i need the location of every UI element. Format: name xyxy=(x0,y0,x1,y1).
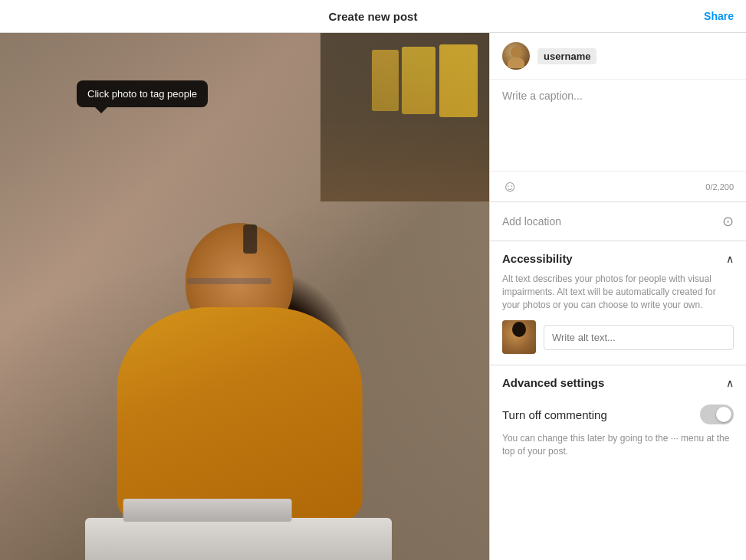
tag-tooltip: Click photo to tag people xyxy=(77,80,208,107)
phone xyxy=(243,224,257,254)
laptop-screen-base xyxy=(123,499,292,522)
alt-text-row xyxy=(490,320,746,354)
accessibility-description: Alt text describes your photos for peopl… xyxy=(490,273,746,320)
avatar xyxy=(502,42,530,70)
right-panel: username Write a caption... ☺ 0/2,200 Ad… xyxy=(489,33,746,560)
main-content: Click photo to tag people username Write… xyxy=(0,33,746,560)
commenting-label: Turn off commenting xyxy=(502,408,607,421)
username-label: username xyxy=(537,48,596,64)
modal-title: Create new post xyxy=(329,10,418,23)
caption-area[interactable]: Write a caption... xyxy=(490,80,746,172)
person-shirt xyxy=(117,307,363,522)
photo-area[interactable]: Click photo to tag people xyxy=(0,33,489,560)
share-button[interactable]: Share xyxy=(704,10,734,22)
modal-header: Create new post Share xyxy=(0,0,746,33)
advanced-settings-section: Advanced settings ∧ Turn off commenting … xyxy=(490,365,746,469)
commenting-description: You can change this later by going to th… xyxy=(490,432,746,458)
laptop xyxy=(85,518,392,560)
advanced-settings-title: Advanced settings xyxy=(502,376,604,389)
accessibility-header[interactable]: Accessibility ∧ xyxy=(490,241,746,273)
advanced-settings-chevron-icon: ∧ xyxy=(726,377,734,389)
glasses xyxy=(187,278,271,284)
accessibility-title: Accessibility xyxy=(502,252,573,265)
user-row: username xyxy=(490,33,746,80)
accessibility-section: Accessibility ∧ Alt text describes your … xyxy=(490,241,746,365)
location-placeholder: Add location xyxy=(502,215,561,228)
commenting-toggle-row: Turn off commenting xyxy=(490,397,746,432)
char-count: 0/2,200 xyxy=(705,182,734,192)
emoji-row: ☺ 0/2,200 xyxy=(490,172,746,202)
commenting-toggle[interactable] xyxy=(700,404,734,424)
accessibility-chevron-icon: ∧ xyxy=(726,253,734,265)
location-row[interactable]: Add location ⊙ xyxy=(490,202,746,241)
location-icon: ⊙ xyxy=(722,213,734,230)
emoji-icon[interactable]: ☺ xyxy=(502,178,518,195)
toggle-knob xyxy=(716,407,731,422)
alt-text-input[interactable] xyxy=(544,325,734,350)
alt-text-thumbnail xyxy=(502,320,536,354)
caption-placeholder: Write a caption... xyxy=(502,90,583,102)
advanced-settings-header[interactable]: Advanced settings ∧ xyxy=(490,365,746,397)
